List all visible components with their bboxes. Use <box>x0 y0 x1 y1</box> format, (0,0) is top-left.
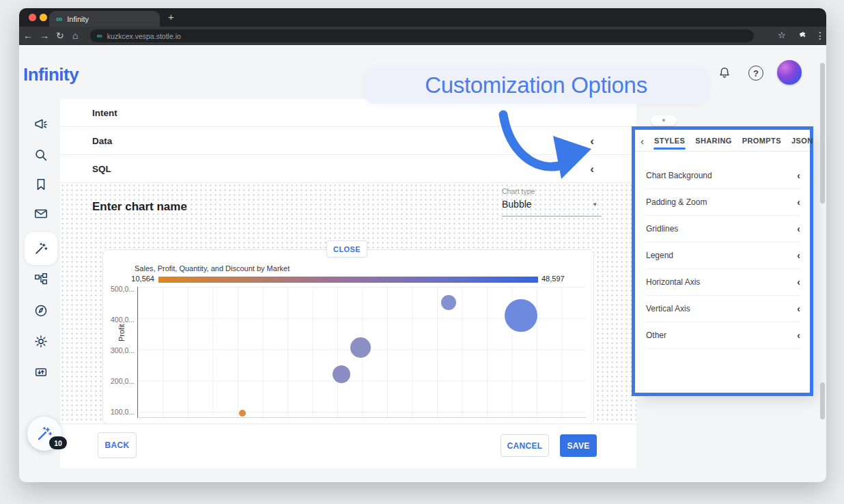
chevron-left-icon[interactable]: ‹ <box>590 163 594 175</box>
chart-type-label: Chart type <box>502 187 535 195</box>
builder-footer <box>60 423 636 468</box>
panel-divider <box>635 151 810 152</box>
chart-title: Sales, Profit, Quantity, and Discount by… <box>135 264 290 272</box>
panel-section-label: Padding & Zoom <box>646 197 707 207</box>
chevron-left-icon[interactable]: ‹ <box>797 277 800 287</box>
panel-tab-styles[interactable]: STYLES <box>653 133 686 148</box>
scrollbar-thumb-bottom[interactable] <box>820 382 825 419</box>
panel-back-chevron-icon[interactable]: ‹ <box>641 135 644 147</box>
close-window-button[interactable] <box>29 14 36 21</box>
panel-section-label: Chart Background <box>646 171 712 180</box>
reload-icon[interactable]: ↻ <box>56 30 64 41</box>
sidebar-item-search[interactable] <box>30 144 52 166</box>
panel-tab-prompts[interactable]: PROMPTS <box>742 133 782 148</box>
mail-icon <box>33 206 48 221</box>
cancel-button[interactable]: CANCEL <box>501 434 549 457</box>
browser-menu-dots-icon[interactable]: ⋮ <box>815 30 825 41</box>
y-axis-label: Profit <box>117 324 126 341</box>
sidebar-item-integrations[interactable] <box>30 361 52 383</box>
url-bar[interactable]: ∞ kuzkcex.vespa.stotle.io <box>90 29 754 42</box>
search-icon <box>33 148 48 163</box>
panel-tab-sharing[interactable]: SHARING <box>694 133 733 148</box>
y-tick-label: 300,0... <box>103 346 135 354</box>
gear-icon <box>33 334 48 349</box>
panel-section-vertical-axis[interactable]: Vertical Axis‹ <box>646 296 800 322</box>
chevron-left-icon[interactable]: ‹ <box>590 135 594 147</box>
notifications-bell-icon[interactable] <box>717 66 732 81</box>
chart-type-underline <box>502 216 602 216</box>
section-row-label: Data <box>92 136 112 146</box>
bubble-data-point[interactable] <box>350 337 371 358</box>
chevron-left-icon[interactable]: ‹ <box>797 331 800 340</box>
chevron-left-icon[interactable]: ‹ <box>797 304 800 313</box>
chevron-down-icon[interactable]: ▾ <box>593 201 597 208</box>
y-tick-label: 200,0... <box>103 377 135 385</box>
callout-text: Customization Options <box>425 72 647 98</box>
color-scale-min: 10,564 <box>109 275 154 283</box>
save-button[interactable]: SAVE <box>560 434 597 457</box>
bubble-data-point[interactable] <box>505 299 537 332</box>
color-scale-bar <box>158 277 538 283</box>
y-tick-label: 500,0... <box>103 285 135 293</box>
chevron-left-icon[interactable]: ‹ <box>797 171 800 180</box>
panel-tab-json[interactable]: JSON <box>791 133 814 148</box>
tab-title: Infinity <box>67 15 89 23</box>
bubble-data-point[interactable] <box>239 410 246 417</box>
sidebar-item-bookmarks[interactable] <box>30 173 52 195</box>
browser-tab[interactable]: ∞ Infinity <box>49 11 160 27</box>
magic-wand-icon <box>33 241 48 256</box>
app-logo[interactable]: Infinity <box>23 64 79 85</box>
home-icon[interactable]: ⌂ <box>72 30 78 41</box>
section-row-label: SQL <box>92 164 111 174</box>
panel-section-label: Vertical Axis <box>646 304 690 313</box>
chevron-left-icon[interactable]: ‹ <box>797 224 800 234</box>
panel-section-padding-zoom[interactable]: Padding & Zoom‹ <box>646 189 800 216</box>
panel-section-other[interactable]: Other‹ <box>646 322 800 349</box>
panel-section-gridlines[interactable]: Gridlines‹ <box>646 216 800 242</box>
scrollbar-thumb-top[interactable] <box>820 63 825 204</box>
integrations-box-icon <box>33 365 48 380</box>
sidebar-item-inbox[interactable] <box>30 203 52 225</box>
favicon-infinity-icon: ∞ <box>56 14 62 23</box>
extensions-puzzle-icon[interactable] <box>799 29 808 40</box>
panel-collapsed-handle[interactable] <box>651 115 677 126</box>
back-button[interactable]: BACK <box>98 432 137 458</box>
panel-section-legend[interactable]: Legend‹ <box>646 242 800 269</box>
panel-section-label: Horizontal Axis <box>646 277 700 287</box>
back-icon[interactable]: ← <box>23 30 33 41</box>
chart-name-input[interactable] <box>92 200 297 214</box>
chevron-left-icon[interactable]: ‹ <box>797 197 800 207</box>
close-button[interactable]: CLOSE <box>326 240 367 257</box>
panel-tabs: ‹ STYLESSHARINGPROMPTSJSON <box>641 132 810 150</box>
megaphone-icon <box>33 117 48 132</box>
minimize-window-button[interactable] <box>40 14 47 21</box>
y-tick-label: 400,0... <box>103 316 135 324</box>
compass-icon <box>33 303 48 318</box>
user-avatar[interactable] <box>777 60 802 85</box>
color-scale-max: 48,597 <box>541 275 565 283</box>
panel-section-chart-background[interactable]: Chart Background‹ <box>646 163 800 189</box>
help-icon[interactable]: ? <box>748 66 763 81</box>
section-row-data[interactable]: Data‹ <box>60 127 636 155</box>
credits-badge: 10 <box>49 436 67 449</box>
panel-section-label: Gridlines <box>646 224 678 234</box>
panel-section-label: Other <box>646 331 666 340</box>
bubble-data-point[interactable] <box>441 295 456 310</box>
bubble-data-point[interactable] <box>333 365 350 383</box>
section-row-sql[interactable]: SQL‹ <box>60 155 636 183</box>
sidebar-item-announcements[interactable] <box>30 113 52 135</box>
bookmark-icon <box>33 177 48 192</box>
chevron-left-icon[interactable]: ‹ <box>797 251 800 260</box>
panel-section-horizontal-axis[interactable]: Horizontal Axis‹ <box>646 269 800 296</box>
sidebar-item-settings[interactable] <box>30 331 52 352</box>
callout-bubble: Customization Options <box>365 67 707 104</box>
new-tab-button[interactable]: + <box>168 11 174 23</box>
chart-type-select[interactable]: Bubble <box>502 199 532 210</box>
sidebar-item-workflows[interactable] <box>30 268 52 290</box>
bookmark-star-icon[interactable]: ☆ <box>778 30 786 40</box>
sidebar-item-chart-wizard[interactable] <box>30 238 52 260</box>
sidebar-item-explore[interactable] <box>30 300 52 322</box>
workflow-icon <box>33 272 48 287</box>
screenshot-stage: ∞ Infinity + ← → ↻ ⌂ ∞ kuzkcex.vespa.sto… <box>0 0 844 504</box>
forward-icon[interactable]: → <box>40 30 49 41</box>
